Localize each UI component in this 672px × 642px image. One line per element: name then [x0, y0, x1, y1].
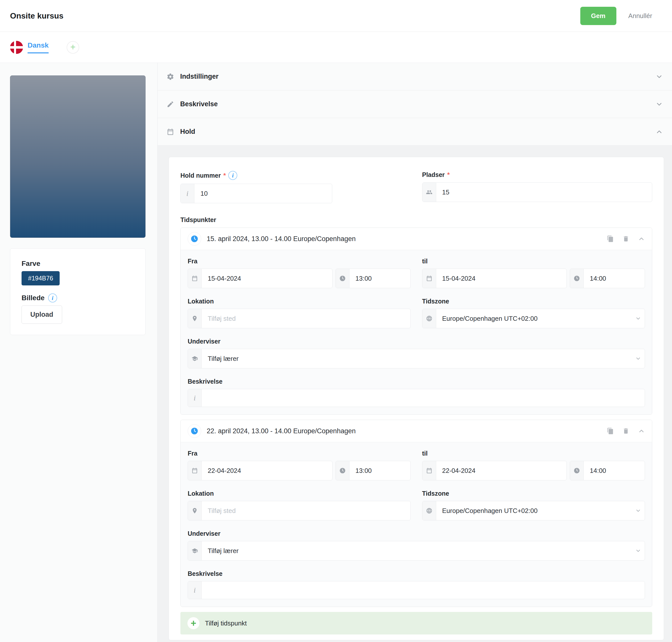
tidszone-field: Tidszone Europe/Copenhagen UTC+02:00	[422, 298, 645, 328]
to-date-input[interactable]	[436, 461, 567, 480]
tidszone-label: Tidszone	[422, 490, 449, 497]
underviser-field: Underviser Tilføj lærer	[188, 530, 645, 561]
chevron-up-icon[interactable]	[638, 427, 645, 435]
location-input[interactable]	[202, 309, 410, 328]
til-label: til	[422, 258, 428, 265]
timeslot-1-header[interactable]: 15. april 2024, 13.00 - 14.00 Europe/Cop…	[181, 228, 652, 250]
calendar-icon	[167, 128, 174, 136]
timezone-select[interactable]: Europe/Copenhagen UTC+02:00	[436, 309, 632, 328]
from-time-input[interactable]	[350, 461, 410, 480]
clock-icon	[336, 269, 350, 288]
chevron-down-icon[interactable]	[632, 541, 645, 560]
to-time-input[interactable]	[584, 461, 645, 480]
underviser-label: Underviser	[188, 338, 220, 345]
hold-section: Hold nummer * i i Pladser *	[158, 145, 672, 642]
pencil-icon	[167, 101, 174, 108]
timeslot-2-header[interactable]: 22. april 2024, 13.00 - 14.00 Europe/Cop…	[181, 420, 652, 442]
lokation-label: Lokation	[188, 298, 214, 305]
beskrivelse-label: Beskrivelse	[188, 570, 222, 577]
fra-field: Fra	[188, 450, 411, 480]
from-date-input[interactable]	[202, 269, 332, 288]
globe-icon	[423, 309, 436, 328]
teacher-select[interactable]: Tilføj lærer	[202, 349, 632, 368]
beskrivelse-field: Beskrivelse i	[188, 378, 645, 407]
lokation-field: Lokation	[188, 298, 411, 328]
info-icon[interactable]: i	[228, 171, 237, 180]
timeslot-1-body: Fra	[181, 250, 652, 414]
beskrivelse-label: Beskrivelse	[188, 378, 222, 385]
language-tab-dansk[interactable]: Dansk	[28, 41, 49, 53]
users-icon	[423, 183, 436, 202]
trash-icon[interactable]	[622, 235, 630, 242]
calendar-icon	[423, 461, 436, 480]
timeslot-2-body: Fra	[181, 442, 652, 607]
chevron-down-icon[interactable]	[632, 309, 645, 328]
chevron-up-icon[interactable]	[638, 235, 645, 242]
clock-icon	[188, 232, 201, 246]
upload-button[interactable]: Upload	[22, 306, 62, 324]
add-language-button[interactable]: +	[67, 41, 79, 54]
til-field: til	[422, 258, 645, 288]
timezone-select[interactable]: Europe/Copenhagen UTC+02:00	[436, 501, 632, 520]
map-pin-icon	[188, 309, 202, 328]
cancel-button[interactable]: Annullér	[629, 12, 652, 20]
description-textarea[interactable]	[202, 581, 645, 599]
timeslot-2: 22. april 2024, 13.00 - 14.00 Europe/Cop…	[180, 420, 652, 607]
hold-nummer-label: Hold nummer	[180, 172, 221, 179]
info-prefix-icon: i	[181, 184, 194, 203]
content: Farve #194B76 Billede i Upload Indstilli…	[0, 63, 672, 642]
to-date-input[interactable]	[436, 269, 567, 288]
timeslot-title: 15. april 2024, 13.00 - 14.00 Europe/Cop…	[207, 235, 607, 243]
color-label: Farve	[22, 260, 40, 268]
hold-nummer-input[interactable]	[194, 184, 332, 203]
globe-icon	[423, 501, 436, 520]
accordion-indstillinger[interactable]: Indstillinger	[158, 63, 672, 90]
fra-field: Fra	[188, 258, 411, 288]
chevron-down-icon[interactable]	[656, 73, 663, 80]
til-label: til	[422, 450, 428, 457]
chevron-down-icon[interactable]	[632, 349, 645, 368]
required-marker: *	[447, 171, 450, 179]
tidspunkter-label: Tidspunkter	[180, 216, 652, 223]
appearance-card: Farve #194B76 Billede i Upload	[10, 248, 145, 335]
clock-icon	[188, 424, 201, 438]
chevron-down-icon[interactable]	[632, 501, 645, 520]
description-textarea[interactable]	[202, 389, 645, 407]
chevron-up-icon[interactable]	[656, 128, 663, 136]
accordion-beskrivelse[interactable]: Beskrivelse	[158, 90, 672, 118]
from-time-input[interactable]	[350, 269, 410, 288]
chevron-down-icon[interactable]	[656, 101, 663, 108]
color-chip[interactable]: #194B76	[22, 271, 60, 285]
to-time-input[interactable]	[584, 269, 645, 288]
from-date-input[interactable]	[202, 461, 332, 480]
save-button[interactable]: Gem	[580, 7, 616, 25]
calendar-icon	[188, 461, 202, 480]
underviser-label: Underviser	[188, 530, 220, 537]
pladser-input[interactable]	[436, 183, 652, 202]
clock-icon	[570, 269, 584, 288]
page-title: Onsite kursus	[10, 11, 63, 21]
lokation-field: Lokation	[188, 490, 411, 521]
duplicate-icon[interactable]	[607, 427, 614, 435]
accordion-label: Beskrivelse	[180, 100, 649, 108]
location-input[interactable]	[202, 501, 410, 520]
beskrivelse-field: Beskrivelse i	[188, 570, 645, 599]
lokation-label: Lokation	[188, 490, 214, 497]
accordion-hold[interactable]: Hold	[158, 118, 672, 145]
duplicate-icon[interactable]	[607, 235, 614, 242]
underviser-field: Underviser Tilføj lærer	[188, 338, 645, 368]
map-pin-icon	[188, 501, 202, 520]
info-icon[interactable]: i	[48, 293, 57, 303]
info-prefix-icon: i	[188, 389, 202, 407]
page-header: Onsite kursus Gem Annullér	[0, 0, 672, 32]
clock-icon	[570, 461, 584, 480]
tidszone-field: Tidszone Europe/Copenhagen UTC+02:00	[422, 490, 645, 521]
hold-card: Hold nummer * i i Pladser *	[169, 157, 664, 640]
teacher-select[interactable]: Tilføj lærer	[202, 541, 632, 560]
add-timeslot-button[interactable]: + Tilføj tidspunkt	[180, 612, 652, 634]
course-cover-image	[10, 75, 145, 238]
danish-flag-icon	[10, 41, 23, 54]
add-timeslot-label: Tilføj tidspunkt	[205, 619, 247, 627]
graduation-cap-icon	[188, 349, 202, 368]
trash-icon[interactable]	[622, 427, 630, 435]
